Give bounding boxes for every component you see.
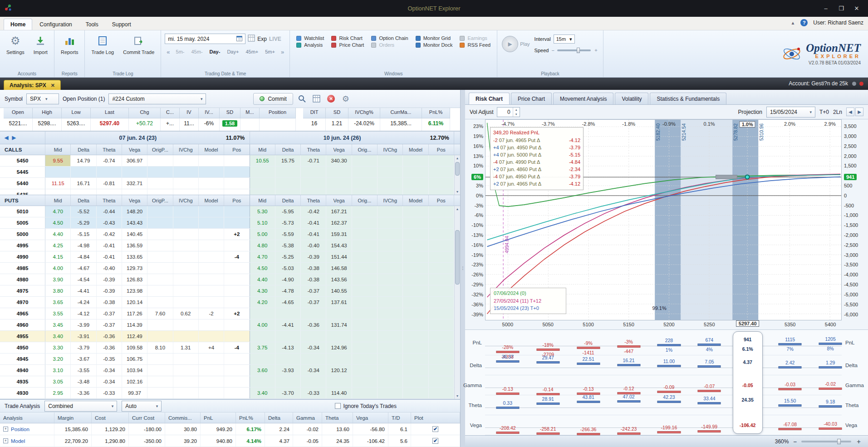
chain-cell[interactable]: -4.84 <box>71 251 96 262</box>
chain-cell[interactable]: 3.90 <box>45 274 71 285</box>
chain-cell[interactable] <box>173 319 199 330</box>
chain-cell[interactable]: -0.37 <box>97 319 122 330</box>
chain-cell[interactable]: 131.74 <box>326 319 352 330</box>
chain-cell[interactable]: 4.80 <box>250 240 275 251</box>
chain-cell[interactable]: -0.40 <box>301 240 326 251</box>
chain-cell[interactable]: 120.12 <box>326 365 352 376</box>
chain-cell[interactable]: 114.40 <box>326 388 352 398</box>
chain-cell[interactable]: -3.99 <box>71 319 96 330</box>
chain-cell[interactable] <box>275 167 301 177</box>
chain-cell[interactable] <box>429 229 454 240</box>
trade-log-button[interactable]: Trade Log <box>88 32 118 56</box>
chain-cell[interactable] <box>429 342 454 353</box>
chain-cell[interactable] <box>173 365 199 376</box>
chain-cell[interactable] <box>250 178 275 189</box>
chain-cell[interactable] <box>147 240 173 251</box>
analysis-mode-select[interactable]: Combined▾ <box>44 401 117 412</box>
nav-day-button[interactable]: Day+ <box>224 48 241 55</box>
chain-cell[interactable]: 146.58 <box>326 263 352 274</box>
chain-cell[interactable] <box>352 251 378 262</box>
chain-cell[interactable]: 1.31 <box>173 342 199 353</box>
chain-cell[interactable]: -0.38 <box>97 297 122 308</box>
chain-row-4985[interactable]: 49854.00-4.67-0.40129.734.50-5.03-0.3814… <box>0 263 454 274</box>
chain-cell[interactable] <box>224 331 250 342</box>
chain-cell[interactable]: 143.56 <box>326 274 352 285</box>
chain-cell[interactable]: -3.67 <box>71 354 96 364</box>
chain-cell[interactable] <box>403 285 428 296</box>
chain-cell[interactable] <box>199 297 224 308</box>
chain-cell[interactable]: 5.10 <box>250 217 275 228</box>
help-icon[interactable]: ? <box>800 19 808 26</box>
chain-cell[interactable]: 109.58 <box>122 342 147 353</box>
chain-cell[interactable] <box>199 206 224 217</box>
reports-button[interactable]: Reports <box>57 32 82 56</box>
import-button[interactable]: Import <box>30 32 51 56</box>
chain-cell[interactable] <box>199 365 224 376</box>
chain-cell[interactable] <box>352 206 378 217</box>
chain-cell[interactable]: -3.79 <box>71 342 96 353</box>
chain-cell[interactable]: 16.71 <box>71 178 96 189</box>
chain-cell[interactable]: 2.95 <box>45 388 71 398</box>
chain-cell[interactable]: 4.40 <box>45 229 71 240</box>
chain-cell[interactable] <box>224 240 250 251</box>
chain-cell[interactable] <box>352 331 378 342</box>
chain-row-4955[interactable]: 49553.40-3.91-0.36112.49 <box>0 331 454 342</box>
projection-next-icon[interactable]: ▶ <box>855 108 863 116</box>
chain-cell[interactable] <box>378 285 403 296</box>
speed-minus-icon[interactable]: − <box>551 48 554 53</box>
chain-cell[interactable] <box>224 388 250 398</box>
projection-date-select[interactable]: 15/05/2024▾ <box>766 107 815 118</box>
chain-cell[interactable] <box>403 217 428 228</box>
tab-price-chart[interactable]: Price Chart <box>511 93 552 104</box>
chain-cell[interactable] <box>378 155 403 166</box>
chain-cell[interactable]: 106.75 <box>122 354 147 364</box>
chain-cell[interactable]: 3.75 <box>250 342 275 353</box>
window-toggle-analysis[interactable]: Analysis <box>296 42 324 48</box>
chain-cell[interactable] <box>429 251 454 262</box>
chain-cell[interactable] <box>173 167 199 177</box>
chain-cell[interactable] <box>326 167 352 177</box>
chain-cell[interactable]: -3.36 <box>71 388 96 398</box>
tab-volatility[interactable]: Volatility <box>615 93 648 104</box>
chain-cell[interactable] <box>301 354 326 364</box>
chain-cell[interactable] <box>224 319 250 330</box>
chain-cell[interactable] <box>403 297 428 308</box>
chain-cell[interactable] <box>45 167 71 177</box>
chain-cell[interactable] <box>301 331 326 342</box>
chain-cell[interactable]: 4.30 <box>250 285 275 296</box>
projection-prev-icon[interactable]: ◀ <box>846 108 854 116</box>
chain-cell[interactable]: -4.67 <box>71 263 96 274</box>
chain-cell[interactable]: -0.36 <box>97 342 122 353</box>
ta-row-position[interactable]: +Position15,385.601,129.20-180.0030.8094… <box>0 423 460 435</box>
chain-cell[interactable]: 120.14 <box>122 297 147 308</box>
search-icon[interactable] <box>297 93 308 104</box>
chain-cell[interactable] <box>199 189 224 195</box>
chain-cell[interactable]: -0.34 <box>301 365 326 376</box>
chain-cell[interactable]: -4.54 <box>71 274 96 285</box>
chain-cell[interactable]: 4.00 <box>45 263 71 274</box>
chain-cell[interactable] <box>352 285 378 296</box>
checkbox-icon[interactable] <box>335 403 341 409</box>
chain-cell[interactable]: 10.55 <box>250 155 275 166</box>
chain-cell[interactable]: 126.83 <box>122 274 147 285</box>
chain-cell[interactable] <box>429 263 454 274</box>
chain-row-4940[interactable]: 49403.10-3.55-0.34103.943.60-3.93-0.3412… <box>0 365 454 376</box>
chain-cell[interactable] <box>275 178 301 189</box>
chain-cell[interactable] <box>429 365 454 376</box>
chain-cell[interactable] <box>429 240 454 251</box>
expiry-1[interactable]: 07 jun. 24 (23) 11.07% <box>45 132 250 144</box>
chain-cell[interactable] <box>378 376 403 387</box>
chain-cell[interactable] <box>378 178 403 189</box>
chain-cell[interactable] <box>224 297 250 308</box>
chain-row-4970[interactable]: 49703.65-4.24-0.38120.144.20-4.65-0.3713… <box>0 297 454 308</box>
chain-cell[interactable] <box>122 189 147 195</box>
chain-cell[interactable] <box>378 263 403 274</box>
current-pnl-marker[interactable] <box>745 175 750 180</box>
expander-icon[interactable]: + <box>3 427 8 432</box>
chain-cell[interactable] <box>301 308 326 319</box>
chain-cell[interactable] <box>429 388 454 398</box>
chain-cell[interactable]: 4.25 <box>45 240 71 251</box>
settings-gear-icon[interactable]: ⚙ <box>340 93 351 104</box>
chain-cell[interactable] <box>326 308 352 319</box>
chain-cell[interactable] <box>147 263 173 274</box>
